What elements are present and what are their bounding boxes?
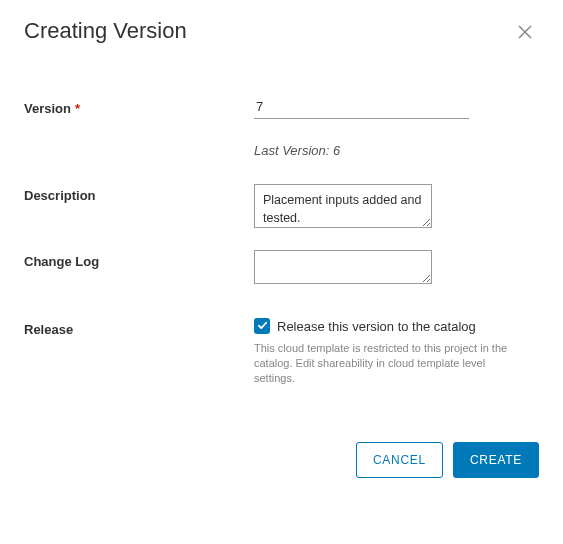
- dialog-footer: Cancel Create: [24, 442, 539, 478]
- create-button[interactable]: Create: [453, 442, 539, 478]
- dialog-title: Creating Version: [24, 18, 187, 44]
- version-label: Version*: [24, 97, 254, 116]
- last-version-hint-row: Last Version: 6: [24, 143, 539, 158]
- description-row: Description: [24, 184, 539, 232]
- description-textarea[interactable]: [254, 184, 432, 228]
- release-row: Release Release this version to the cata…: [24, 318, 539, 386]
- changelog-row: Change Log: [24, 250, 539, 288]
- required-asterisk: *: [75, 101, 80, 116]
- version-field-wrap: [254, 97, 539, 119]
- changelog-label: Change Log: [24, 250, 254, 269]
- changelog-textarea[interactable]: [254, 250, 432, 284]
- check-icon: [257, 317, 268, 335]
- description-label: Description: [24, 184, 254, 203]
- close-icon: [517, 24, 533, 43]
- create-version-dialog: Creating Version Version* Last Version: …: [0, 0, 563, 502]
- close-button[interactable]: [511, 18, 539, 49]
- cancel-button[interactable]: Cancel: [356, 442, 443, 478]
- version-input[interactable]: [254, 97, 469, 119]
- version-row: Version*: [24, 97, 539, 119]
- dialog-header: Creating Version: [24, 18, 539, 49]
- release-checkbox[interactable]: [254, 318, 270, 334]
- release-label: Release: [24, 318, 254, 337]
- release-checkbox-label: Release this version to the catalog: [277, 319, 476, 334]
- release-field-wrap: Release this version to the catalog This…: [254, 318, 539, 386]
- release-checkbox-row: Release this version to the catalog: [254, 318, 539, 334]
- last-version-hint: Last Version: 6: [254, 143, 539, 158]
- description-field-wrap: [254, 184, 539, 232]
- version-label-text: Version: [24, 101, 71, 116]
- release-help-text: This cloud template is restricted to thi…: [254, 341, 519, 386]
- changelog-field-wrap: [254, 250, 539, 288]
